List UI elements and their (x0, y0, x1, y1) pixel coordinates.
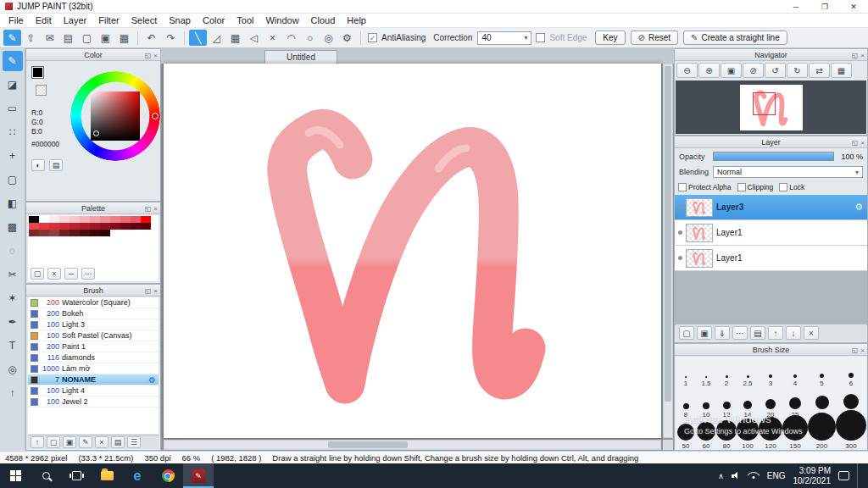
palette-swatch[interactable] (70, 230, 80, 236)
start-button[interactable] (0, 463, 31, 488)
brush-list-item[interactable]: 100 Light 3 (28, 319, 159, 330)
palette-swatch[interactable] (90, 223, 100, 230)
material-grid-icon[interactable]: ▦ (115, 30, 133, 46)
volume-icon[interactable] (732, 472, 740, 480)
eraser-tool-icon[interactable]: ◪ (3, 75, 23, 95)
layer-row[interactable]: Layer3 ⚙ (675, 195, 867, 220)
zoom-tool-icon[interactable]: ◎ (3, 359, 23, 380)
lower-layer-button[interactable]: ↓ (786, 326, 801, 340)
palette-swatch[interactable] (100, 223, 110, 230)
edit-brush-button[interactable]: ✎ (79, 436, 92, 448)
blending-select[interactable]: Normal ▾ (713, 166, 863, 178)
palette-swatch[interactable] (39, 230, 49, 236)
raise-layer-button[interactable]: ↑ (768, 326, 783, 340)
palette-swatch[interactable] (59, 216, 70, 223)
menu-item[interactable]: Help (341, 15, 372, 25)
layer-visibility-dot[interactable] (678, 256, 682, 260)
palette-swatch[interactable] (39, 223, 49, 230)
float-panel-icon[interactable]: ◱ (852, 52, 859, 59)
background-color-swatch[interactable] (36, 85, 47, 96)
palette-menu-button[interactable]: ⋯ (81, 268, 95, 280)
palette-swatch[interactable] (110, 230, 120, 236)
shape-tool-icon[interactable]: ▢ (3, 169, 23, 190)
gradient-tool-icon[interactable]: ▩ (3, 217, 23, 237)
vertical-scrollbar-thumb[interactable] (665, 66, 671, 402)
palette-swatch[interactable] (141, 216, 151, 223)
cross-snap-icon[interactable]: × (264, 30, 281, 46)
marquee-tool-icon[interactable]: ▭ (3, 98, 23, 119)
brush-list-item[interactable]: 100 Soft Pastel (Canvas) (28, 330, 159, 341)
palette-swatch[interactable] (110, 216, 120, 223)
notification-icon[interactable] (838, 471, 849, 480)
brush-size-option[interactable]: 5 (808, 357, 836, 388)
navigator-view[interactable] (676, 80, 866, 134)
menu-item[interactable]: Tool (231, 15, 259, 25)
language-indicator[interactable]: ENG (767, 471, 786, 480)
palette-swatch[interactable] (110, 223, 120, 230)
canvas[interactable] (164, 64, 661, 438)
brush-size-option[interactable]: 3 (759, 357, 782, 388)
palette-swatch[interactable] (100, 230, 110, 236)
delete-layer-button[interactable]: × (804, 326, 819, 340)
delete-color-button[interactable]: × (47, 268, 61, 280)
palette-swatch[interactable] (141, 230, 151, 236)
menu-item[interactable]: Snap (163, 15, 197, 25)
delete-brush-button[interactable]: × (95, 436, 108, 448)
divider-icon[interactable]: ─ (64, 268, 78, 280)
task-view-button[interactable] (61, 463, 92, 488)
brush-list-item[interactable]: 116 diamonds (28, 352, 159, 363)
fill-tool-icon[interactable]: ◧ (3, 193, 23, 214)
menu-item[interactable]: File (3, 15, 30, 25)
close-panel-icon[interactable]: × (153, 52, 158, 59)
brush-list-item[interactable]: 1000 Làm mờ (28, 363, 159, 374)
page-icon[interactable]: ▢ (78, 30, 96, 46)
lock-checkbox[interactable] (779, 183, 787, 191)
float-panel-icon[interactable]: ◱ (852, 139, 859, 147)
pixel-grid-icon[interactable]: ▦ (831, 63, 852, 78)
palette-swatch[interactable] (90, 230, 100, 236)
palette-swatch[interactable] (141, 223, 151, 230)
jump-paint-taskbar-button[interactable]: ✎ (183, 463, 214, 488)
grid-snap-icon[interactable]: ▦ (226, 30, 244, 46)
key-button[interactable]: Key (595, 30, 625, 45)
palette-swatch[interactable] (131, 230, 141, 236)
create-straight-line-button[interactable]: ✎ Create a straight line (683, 30, 787, 45)
menu-item[interactable]: Window (259, 15, 304, 25)
radial-snap-icon[interactable]: ◎ (320, 30, 337, 46)
palette-swatch[interactable] (80, 216, 90, 223)
brush-mode-icon[interactable]: ✎ (3, 30, 21, 46)
network-icon[interactable] (748, 472, 760, 480)
merge-down-button[interactable]: ⇓ (715, 326, 730, 340)
palette-swatch[interactable] (131, 223, 141, 230)
add-color-button[interactable]: ▢ (31, 268, 44, 280)
brush-list-item[interactable]: 100 Jewel 2 (28, 396, 159, 408)
palette-swatch[interactable] (49, 216, 59, 223)
pages-icon[interactable]: ▣ (97, 30, 114, 46)
palette-swatch[interactable] (39, 216, 49, 223)
palette-swatch[interactable] (70, 223, 80, 230)
gear-icon[interactable]: ⚙ (148, 375, 156, 385)
brush-size-option[interactable]: 300 (836, 419, 866, 449)
halftone-tool-icon[interactable]: ∷ (3, 122, 23, 142)
palette-swatch[interactable] (59, 223, 70, 230)
brush-folder-button[interactable]: ▤ (111, 436, 125, 448)
brush-list-item[interactable]: 200 Paint 1 (28, 341, 159, 352)
clipping-checkbox[interactable] (737, 183, 746, 191)
brush-list-item[interactable]: 100 Light 4 (28, 385, 159, 396)
pen-tool-icon[interactable]: ✎ (3, 51, 23, 71)
brush-list-item[interactable]: 200 Bokeh (28, 308, 159, 319)
close-panel-icon[interactable]: × (153, 205, 158, 213)
flip-horizontal-icon[interactable]: ⇄ (809, 63, 830, 78)
palette-swatch[interactable] (80, 223, 90, 230)
gear-icon[interactable]: ⚙ (854, 202, 863, 213)
antialiasing-checkbox[interactable]: ✓ (368, 33, 377, 42)
file-explorer-button[interactable] (92, 463, 122, 488)
export-icon[interactable]: ⇧ (22, 30, 40, 46)
palette-swatch[interactable] (29, 223, 39, 230)
layer-row[interactable]: Layer1 (675, 246, 867, 271)
redo-icon[interactable]: ↷ (162, 30, 180, 46)
publish-icon[interactable]: ▤ (59, 30, 77, 46)
layer-folder-button[interactable]: ▤ (750, 326, 765, 340)
layer-visibility-dot[interactable] (678, 230, 682, 235)
brush-menu-button[interactable]: ☰ (127, 436, 141, 448)
